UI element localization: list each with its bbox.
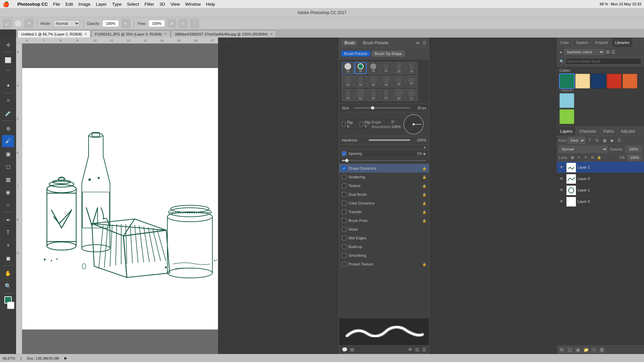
menu-edit[interactable]: Edit	[65, 2, 73, 7]
layer3-visibility[interactable]: 👁	[559, 176, 564, 181]
background-color[interactable]	[7, 302, 14, 309]
color-swatch-3[interactable]	[591, 74, 606, 92]
close-tab-2[interactable]: ✕	[164, 32, 167, 36]
spacing-slider-thumb[interactable]	[345, 159, 348, 162]
build-up-check[interactable]	[342, 244, 346, 249]
angle-dial[interactable]	[404, 114, 424, 134]
scattering-check[interactable]	[342, 175, 346, 179]
tab-1[interactable]: Untitled-1 @ 66,7% (Layer 2, RGB/8) ✕	[17, 30, 91, 38]
flip-y-option[interactable]: Flip Y	[360, 120, 372, 128]
brush-tip-4[interactable]: 25	[380, 62, 392, 74]
blur-tool[interactable]: ◉	[2, 186, 14, 198]
brush-tip-6[interactable]: 25	[406, 62, 418, 74]
flow-jitter-icon[interactable]: ◉	[167, 19, 176, 28]
swatch-6-color[interactable]	[559, 93, 574, 108]
transfer-check[interactable]	[342, 209, 346, 214]
swatch-1-color[interactable]	[559, 74, 574, 88]
color-swatch-6[interactable]	[559, 93, 574, 108]
brush-tip-14[interactable]: 50	[355, 89, 367, 101]
lasso-tool[interactable]: ⌒	[2, 67, 14, 79]
text-tool[interactable]: T	[2, 227, 14, 239]
layers-tab[interactable]: Layers	[557, 127, 576, 136]
texture-check[interactable]	[342, 183, 346, 188]
back-arrow-icon[interactable]: ◂	[559, 50, 561, 54]
swatch-3-color[interactable]	[591, 74, 606, 88]
panel-eye-icon[interactable]: 👁	[408, 347, 413, 352]
menu-window[interactable]: Window	[185, 2, 201, 7]
dodge-tool[interactable]: ○	[2, 199, 14, 211]
lock-transparent-btn[interactable]: ▦	[570, 155, 575, 160]
color-dynamics-check[interactable]	[342, 201, 346, 205]
close-tab-3[interactable]: ✕	[270, 32, 273, 36]
size-slider[interactable]	[354, 107, 410, 109]
lock-artboard-btn[interactable]: ⊞	[590, 155, 595, 160]
menu-select[interactable]: Select	[127, 2, 139, 7]
brush-tip-15[interactable]: 25	[367, 89, 379, 101]
layer2-visibility[interactable]: 👁	[559, 165, 564, 170]
brush-tip-shape-btn[interactable]: Brush Tip Shape	[372, 51, 405, 57]
layer-gradient-icon[interactable]: ▦	[601, 137, 607, 143]
layer0-visibility[interactable]: 👁	[559, 199, 564, 204]
brush-tip-7[interactable]: 36	[342, 75, 354, 87]
eyedropper-tool[interactable]: 💉	[2, 107, 14, 119]
texture-lock[interactable]: 🔒	[422, 184, 426, 188]
menu-filter[interactable]: Filter	[145, 2, 154, 7]
brush-presets-btn[interactable]: Brush Presets	[341, 51, 370, 57]
eraser-tool[interactable]: ◻	[2, 161, 14, 173]
shape-tool[interactable]: ◼	[2, 252, 14, 264]
library-grid-icon[interactable]: ⊞	[606, 49, 610, 55]
spacing-slider-arrow[interactable]: ▶	[424, 152, 426, 156]
layer-filter-icon[interactable]: T	[587, 137, 593, 143]
brush-tip-17[interactable]: 50	[393, 89, 405, 101]
layer-row-layer0[interactable]: 👁 Layer 0	[557, 196, 644, 207]
shape-dynamics-lock[interactable]: 🔒	[422, 167, 426, 170]
flip-y-check[interactable]	[360, 122, 363, 127]
layer-row-layer2[interactable]: 👁 Layer 2	[557, 162, 644, 173]
gradient-tool[interactable]: ▦	[2, 173, 14, 185]
close-tab-1[interactable]: ✕	[84, 32, 87, 36]
color-dynamics-row[interactable]: Color Dynamics 🔒	[339, 199, 429, 207]
brush-tip-16[interactable]: 25	[380, 89, 392, 101]
add-fx-btn[interactable]: fx	[559, 347, 565, 353]
layer1-visibility[interactable]: 👁	[559, 187, 564, 193]
menu-file[interactable]: File	[53, 2, 60, 7]
brush-presets-tab[interactable]: Brush Presets	[360, 40, 391, 46]
tab-2[interactable]: P1000161.JPG @ 25% (Layer 0, RGB/8) ✕	[91, 30, 170, 38]
apple-menu[interactable]: 🍎	[3, 1, 9, 7]
swatch-4-color[interactable]	[607, 74, 622, 88]
zoom-tool[interactable]: 🔍	[2, 280, 14, 292]
dual-brush-row[interactable]: Dual Brush 🔒	[339, 190, 429, 199]
canvas-area[interactable]	[22, 44, 218, 354]
brush-tip-1[interactable]: 30	[342, 62, 354, 74]
flow-input[interactable]	[148, 20, 165, 27]
menu-image[interactable]: Image	[78, 2, 91, 7]
new-layer-btn[interactable]: +	[591, 347, 597, 353]
new-group-btn[interactable]: 📁	[583, 347, 589, 353]
opacity-input[interactable]	[102, 20, 119, 27]
brush-tab[interactable]: Brush	[342, 40, 358, 46]
panel-add-icon[interactable]: 💬	[342, 347, 347, 352]
build-up-row[interactable]: Build-up	[339, 242, 429, 251]
transfer-lock[interactable]: 🔒	[422, 210, 426, 214]
wet-edges-check[interactable]	[342, 236, 346, 240]
lock-position-btn[interactable]: ✛	[583, 155, 588, 160]
opacity-input[interactable]	[625, 146, 642, 153]
menu-layer[interactable]: Layer	[96, 2, 107, 7]
noise-check[interactable]	[342, 227, 346, 232]
channels-tab[interactable]: Channels	[576, 127, 600, 136]
tab-3[interactable]: 388bbe43388267.37ed1fad5b49a.jpg @ 100% …	[171, 30, 276, 38]
color-tab[interactable]: Color	[557, 38, 573, 47]
panel-menu-icon[interactable]: ☰	[423, 41, 426, 45]
lock-all-btn[interactable]: 🔒	[596, 155, 602, 160]
blending-mode-select[interactable]: Normal	[559, 146, 608, 153]
swatch-5-color[interactable]	[623, 74, 637, 88]
color-swatch-2[interactable]	[575, 74, 590, 92]
shape-dynamics-check[interactable]: ✓	[342, 166, 346, 171]
brush-pose-row[interactable]: Brush Pose 🔒	[339, 216, 429, 225]
add-mask-btn[interactable]: ◻	[567, 347, 573, 353]
flip-x-check[interactable]	[342, 122, 345, 127]
color-swatch-5[interactable]	[623, 74, 637, 92]
path-select-tool[interactable]: ⌖	[2, 239, 14, 251]
brush-pose-lock[interactable]: 🔒	[422, 219, 426, 223]
panel-expand-icon[interactable]: ≫	[416, 41, 420, 45]
